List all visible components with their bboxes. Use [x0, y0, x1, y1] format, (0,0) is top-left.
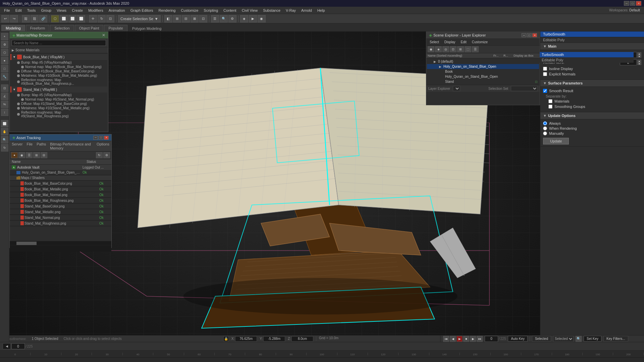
redo-btn[interactable]: ↪ — [10, 15, 18, 22]
modifier-editable-poly[interactable]: Editable Poly — [540, 37, 644, 43]
smooth-result-checkbox[interactable] — [543, 89, 547, 93]
menu-group[interactable]: Group — [38, 8, 54, 13]
bind-space-warp-btn[interactable]: 🔗 — [39, 15, 47, 22]
menu-edit[interactable]: Edit — [13, 8, 24, 13]
zoom-btn[interactable]: 🔍 — [1, 136, 8, 143]
asset-row-book-base[interactable]: Book_Blue_Mat_BaseColor.png Ok — [10, 181, 111, 186]
mat-item-roughness1[interactable]: Reflection roughness: Map #9(Book_Blue_M… — [10, 78, 107, 86]
asset-row-vault[interactable]: A Autodesk Vault Logged Out ... — [10, 165, 111, 170]
mat-item-normal1[interactable]: Normal map: Map #6(Book_Blue_Mat_Normal.… — [10, 65, 107, 69]
select-link-btn[interactable]: ⛓ — [22, 15, 30, 22]
align2-btn[interactable]: ⊟ — [182, 15, 190, 22]
mat-header-book[interactable]: ▼ Book_Blue_Mat ( VRayMtl ) — [10, 54, 107, 60]
mat-item-metalness2[interactable]: Metalness: Map #10(Stand_Mat_Metallic.pn… — [10, 106, 107, 110]
z-coord-input[interactable] — [291, 336, 313, 342]
motion-tool[interactable]: ● — [1, 57, 8, 64]
timeline-frame-input[interactable] — [11, 343, 25, 349]
tab-selection[interactable]: Selection — [50, 25, 74, 31]
asset-row-book-roughness[interactable]: Book_Blue_Mat_Roughness.png Ok — [10, 198, 111, 203]
mat-item-normal2[interactable]: Normal map: Map #6(Stand_Mat_Normal.png) — [10, 97, 107, 102]
pan-view-btn[interactable]: ✋ — [1, 128, 8, 135]
menu-content[interactable]: Content — [221, 8, 239, 13]
asset-row-maps-folder[interactable]: Maps / Shaders — [10, 175, 111, 181]
menu-animation[interactable]: Animation — [106, 8, 128, 13]
menu-scripting[interactable]: Scripting — [201, 8, 221, 13]
select-btn[interactable]: ⬡ — [51, 15, 59, 22]
mat-header-stand[interactable]: ▼ Stand_Mat ( VRayMtl ) — [10, 86, 107, 93]
rotate-btn[interactable]: ↻ — [98, 15, 106, 22]
menu-graph-editors[interactable]: Graph Editors — [128, 8, 156, 13]
exp-btn-1[interactable]: ◉ — [428, 46, 434, 52]
tree-row-quran-sub[interactable]: Holy_Quran_on_Stand_Blue_Open — [427, 74, 539, 79]
asset-scrollbar-thumb[interactable] — [16, 242, 37, 245]
asset-settings-btn[interactable]: ⚙ — [103, 152, 110, 158]
tree-row-quran-main[interactable]: ▶ Holy_Quran_on_Stand_Blue_Open — [427, 64, 539, 69]
asset-btn-4[interactable]: ⊞ — [33, 152, 40, 158]
asset-btn-5[interactable]: ⊟ — [41, 152, 47, 158]
exp-btn-5[interactable]: ⊞ — [457, 46, 464, 52]
explicit-normals-checkbox[interactable] — [543, 72, 547, 76]
undo-btn[interactable]: ↩ — [1, 15, 9, 22]
explorer-close-btn[interactable]: ✕ — [532, 33, 537, 37]
asset-minimize-btn[interactable]: ─ — [93, 136, 98, 140]
update-btn[interactable]: Update — [543, 138, 569, 144]
create-selection-dropdown[interactable]: Create Selection Se ▼ — [118, 15, 161, 22]
close-btn[interactable]: ✕ — [636, 1, 641, 6]
goto-start-btn[interactable]: ⏮ — [443, 336, 449, 342]
exp-btn-7[interactable]: ☰ — [472, 46, 479, 52]
asset-input-bar[interactable] — [10, 245, 111, 252]
tab-freeform[interactable]: Freeform — [26, 25, 50, 31]
align-btn[interactable]: ⊞ — [173, 15, 181, 22]
exp-btn-6[interactable]: ⬚ — [465, 46, 471, 52]
asset-close-btn[interactable]: ✕ — [104, 136, 109, 140]
explorer-edit-btn[interactable]: Edit — [460, 40, 468, 45]
mat-item-roughness2[interactable]: Reflection roughness: Map #9(Stand_Mat_R… — [10, 110, 107, 118]
snap-toggle-btn[interactable]: ⊡ — [1, 84, 8, 92]
asset-horizontal-scroll[interactable] — [10, 241, 111, 245]
asset-btn-3[interactable]: ☰ — [26, 152, 33, 158]
timeline-bar[interactable]: 0 10 20 30 40 50 60 70 80 90 100 110 120… — [0, 351, 644, 357]
goto-end-btn[interactable]: ⏭ — [477, 336, 483, 342]
explorer-customize-btn[interactable]: Customize — [471, 40, 489, 45]
asset-maximize-btn[interactable]: □ — [99, 136, 103, 140]
asset-row-stand-roughness[interactable]: Stand_Mat_Roughness.png Ok — [10, 221, 111, 226]
asset-menu-bitmap[interactable]: Bitmap Performance and Memory — [49, 142, 93, 150]
mirror-btn[interactable]: ◧ — [164, 15, 172, 22]
menu-customize[interactable]: Customize — [178, 8, 201, 13]
select-by-name-btn[interactable]: ⬜ — [60, 15, 68, 22]
tab-modeling[interactable]: Modeling — [1, 25, 25, 31]
asset-btn-1[interactable]: ● — [11, 152, 18, 158]
utilities-tool[interactable]: 🔧 — [1, 73, 8, 80]
view-cube-btn[interactable]: ⬜ — [1, 120, 8, 127]
menu-rendering[interactable]: Rendering — [156, 8, 178, 13]
menu-help[interactable]: Help — [315, 8, 328, 13]
layer-mgr-btn[interactable]: ☰ — [211, 15, 219, 22]
materials-checkbox[interactable] — [548, 99, 552, 103]
scene-exp-btn[interactable]: 🔍 — [220, 15, 228, 22]
x-coord-input[interactable] — [235, 336, 257, 342]
asset-row-stand-metallic[interactable]: Stand_Mat_Metallic.png Ok — [10, 209, 111, 215]
manually-radio[interactable] — [543, 131, 547, 135]
asset-menu-server[interactable]: Server — [11, 142, 23, 150]
scale-btn[interactable]: ⊡ — [106, 15, 114, 22]
timeline-track[interactable] — [0, 357, 644, 362]
modifier-turbosmooth[interactable]: TurboSmooth — [540, 32, 644, 37]
spinner-snap-btn[interactable]: ↕ — [1, 109, 8, 116]
y-coord-input[interactable] — [263, 336, 285, 342]
sub-tab-polygon[interactable]: Polygon Modeling — [132, 26, 161, 31]
menu-views[interactable]: Views — [54, 8, 69, 13]
mat-search-input[interactable] — [12, 40, 106, 46]
auto-key-btn[interactable]: Auto Key — [508, 336, 528, 342]
menu-create[interactable]: Create — [69, 8, 86, 13]
exp-btn-2[interactable]: ◈ — [435, 46, 442, 52]
asset-menu-options[interactable]: Options — [96, 142, 110, 150]
menu-arnold[interactable]: Arnold — [299, 8, 315, 13]
exp-btn-3[interactable]: ◎ — [442, 46, 449, 52]
tree-row-default[interactable]: ▶ 0 (default) — [427, 59, 539, 64]
tree-row-stand[interactable]: Stand ⊡ — [427, 79, 539, 84]
menu-file[interactable]: File — [1, 8, 13, 13]
mat-item-diffuse2[interactable]: Diffuse: Map #1(Stand_Mat_BaseColor.png) — [10, 102, 107, 106]
isoline-checkbox[interactable] — [543, 67, 547, 71]
tree-row-book[interactable]: Book — [427, 69, 539, 74]
iterations-up[interactable]: ▲ — [637, 52, 641, 55]
